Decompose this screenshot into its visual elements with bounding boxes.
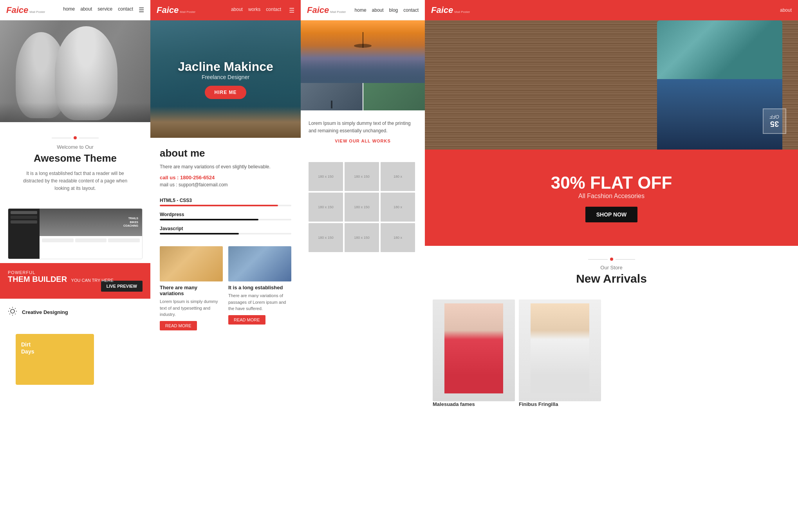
store-title: New Arrivals — [441, 272, 782, 285]
hamburger-icon[interactable]: ☰ — [139, 6, 144, 14]
svg-line-4 — [15, 314, 15, 314]
preview-hero-text: TRAILS BIKES COACHING — [123, 216, 138, 228]
blog-card-title-2: It is a long established — [228, 285, 291, 290]
welcome-title: Awesome Theme — [16, 152, 135, 164]
nav3-blog[interactable]: blog — [389, 7, 398, 13]
store-line-left — [588, 259, 608, 260]
bottom-preview: DirtDays — [8, 322, 143, 385]
fashion-text: All Facshion Accesories — [444, 193, 778, 200]
lorem-text-3: Lorem Ipsum is simply dummy text of the … — [309, 120, 417, 135]
welcome-sub: Welcome to Our — [16, 144, 135, 150]
nav2-contact[interactable]: contact — [266, 7, 281, 14]
blog-card-2: It is a long established There are many … — [228, 246, 291, 330]
nav-links-2: about works contact ☰ — [231, 7, 294, 14]
panel-4: Faice Mail Poster about OFF 35 30% FLAT … — [425, 0, 798, 532]
skill-html-bar — [160, 205, 291, 206]
navbar-2: Faice Mail Poster about works contact ☰ — [150, 0, 301, 20]
sunset-scene — [301, 20, 425, 83]
blog-section: There are many variations Lorem Ipsum is… — [150, 240, 301, 337]
skill-wp-fill — [160, 219, 258, 220]
navbar-3: Faice Mail Poster home about blog contac… — [301, 0, 425, 20]
product-card-2: Finibus Fringilla — [519, 299, 597, 407]
grid-images: 180 x 150 180 x 150 180 x 180 x 150 180 … — [301, 162, 425, 252]
preview-block-1 — [42, 238, 74, 242]
blog-card-title-1: There are many variations — [160, 285, 223, 296]
skill-js: Javascript — [160, 226, 291, 234]
nav4-about[interactable]: about — [780, 7, 792, 13]
nav3-about[interactable]: about — [372, 7, 384, 13]
off-badge: OFF 35 — [763, 108, 786, 134]
skill-js-fill — [160, 233, 239, 234]
svg-line-7 — [9, 314, 10, 314]
read-more-btn-1[interactable]: READ MORE — [160, 321, 197, 330]
preview-left-sidebar — [8, 209, 40, 259]
panel-3: Faice Mail Poster home about blog contac… — [301, 0, 425, 532]
read-more-btn-2[interactable]: READ MORE — [228, 315, 265, 325]
product-grid: Malesuada fames Finibus Fringilla — [425, 299, 798, 407]
blog-grid: There are many variations Lorem Ipsum is… — [160, 246, 291, 330]
nav2-works[interactable]: works — [248, 7, 260, 14]
store-section: Our Store New Arrivals — [425, 246, 798, 299]
creative-icon — [8, 307, 17, 318]
preview-right-content: TRAILS BIKES COACHING — [40, 209, 142, 259]
card-title: DirtDays — [21, 341, 88, 355]
brand-logo-4: Faice Mail Poster — [431, 5, 470, 15]
photo-right — [363, 83, 425, 110]
preview-hero-area: TRAILS BIKES COACHING — [40, 209, 142, 236]
nav3-contact[interactable]: contact — [403, 7, 419, 13]
content-3: Lorem Ipsum is simply dummy text of the … — [301, 110, 425, 162]
preview-text-bikes: BIKES — [123, 220, 138, 224]
hire-button[interactable]: HIRE ME — [205, 86, 246, 99]
nav-service[interactable]: service — [97, 6, 112, 14]
hero-4: OFF 35 — [425, 20, 798, 150]
hamburger-icon-2[interactable]: ☰ — [289, 7, 294, 14]
preview-block-2 — [75, 238, 107, 242]
skill-html: HTML5 - CSS3 — [160, 198, 291, 206]
store-divider — [441, 258, 782, 261]
welcome-desc: It is a long established fact that a rea… — [16, 170, 135, 193]
store-dot — [610, 258, 613, 261]
brand-logo-2: Faice Mail Poster — [157, 5, 195, 15]
hero-name: Jacline Makince — [178, 60, 273, 74]
preview-sidebar-item-2 — [11, 216, 37, 219]
blog-img-2 — [228, 246, 291, 281]
nav-links-3: home about blog contact — [355, 7, 419, 13]
welcome-section: Welcome to Our Awesome Theme It is a lon… — [0, 122, 150, 200]
product-model-1 — [444, 303, 503, 393]
product-img-1 — [433, 299, 515, 401]
preview-content-blocks — [40, 236, 142, 245]
skill-html-label: HTML5 - CSS3 — [160, 198, 291, 203]
nav-about[interactable]: about — [80, 6, 92, 14]
grid-img-1: 180 x 150 — [309, 162, 343, 191]
skill-wp: Wordpress — [160, 212, 291, 220]
boat-hull — [354, 44, 371, 48]
hero-text-2: Jacline Makince Freelance Designer HIRE … — [178, 60, 273, 99]
nav-home[interactable]: home — [63, 6, 75, 14]
skills-section: HTML5 - CSS3 Wordpress Javascript — [150, 198, 301, 234]
grid-img-5: 180 x 150 — [345, 193, 379, 222]
preview-text-trails: TRAILS — [123, 216, 138, 220]
hero-3 — [301, 20, 425, 110]
bottom-card: DirtDays — [16, 334, 94, 385]
panel-2: Faice Mail Poster about works contact ☰ … — [150, 0, 301, 532]
grid-img-3: 180 x — [381, 162, 415, 191]
preview-sidebar-item-3 — [11, 220, 37, 224]
navbar-4: Faice Mail Poster about — [425, 0, 798, 20]
person-silhouette — [331, 101, 332, 108]
red-banner-1: POWERFUL THEM BUILDER YOU CAN TRY HERE L… — [0, 263, 150, 299]
navbar-1: Faice Mail Poster home about service con… — [0, 0, 150, 20]
about-desc: There are many variations of even slight… — [160, 163, 291, 171]
product-img-2 — [519, 299, 601, 401]
grid-img-7: 180 x 150 — [309, 223, 343, 252]
grid-img-8: 180 x 150 — [345, 223, 379, 252]
view-works-link[interactable]: VIEW OUR ALL WORKS — [309, 139, 417, 143]
nav-contact[interactable]: contact — [118, 6, 133, 14]
nav2-about[interactable]: about — [231, 7, 243, 14]
preview-text-coaching: COACHING — [123, 224, 138, 228]
store-line-right — [616, 259, 635, 260]
nav3-home[interactable]: home — [355, 7, 367, 13]
brand-logo-1: Faice Mail Poster — [6, 5, 45, 15]
shop-now-button[interactable]: SHOP NOW — [585, 207, 638, 222]
blog-card-desc-1: Lorem Ipsum is simply dummy text of and … — [160, 298, 223, 318]
flat-off-text: 30% FLAT OFF — [444, 173, 778, 193]
